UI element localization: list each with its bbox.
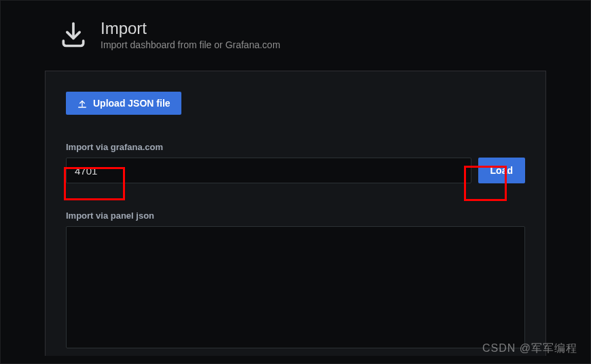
page-header: Import Import dashboard from file or Gra… xyxy=(0,19,591,50)
grafana-import-label: Import via grafana.com xyxy=(66,142,525,152)
upload-icon xyxy=(77,98,88,109)
panel-json-textarea[interactable] xyxy=(66,226,525,348)
import-icon xyxy=(58,20,88,50)
upload-button-label: Upload JSON file xyxy=(93,98,171,109)
page-subtitle: Import dashboard from file or Grafana.co… xyxy=(101,39,281,50)
grafana-import-row: Load xyxy=(66,158,525,183)
header-text: Import Import dashboard from file or Gra… xyxy=(101,19,281,50)
upload-json-button[interactable]: Upload JSON file xyxy=(66,92,181,115)
main-panel: Upload JSON file Import via grafana.com … xyxy=(45,71,546,356)
page-title: Import xyxy=(101,19,281,38)
load-button[interactable]: Load xyxy=(478,158,525,183)
panel-json-section: Import via panel json xyxy=(66,211,525,351)
panel-json-label: Import via panel json xyxy=(66,211,525,221)
page-container: Import Import dashboard from file or Gra… xyxy=(0,0,591,364)
grafana-import-input[interactable] xyxy=(66,158,471,183)
grafana-import-section: Import via grafana.com Load xyxy=(66,142,525,183)
